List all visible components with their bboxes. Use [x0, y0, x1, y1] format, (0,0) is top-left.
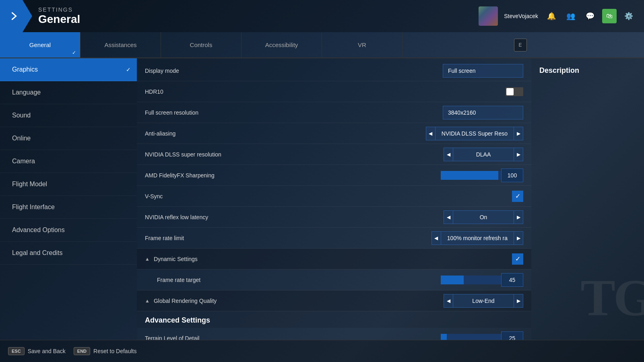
sidebar-item-legal-credits[interactable]: Legal and Credits [0, 242, 137, 265]
avatar[interactable] [479, 6, 498, 26]
save-back-button[interactable]: ESC Save and Back [8, 347, 66, 355]
sidebar-item-language[interactable]: Language [0, 81, 137, 104]
frame-rate-target-control[interactable]: 45 [441, 273, 523, 287]
full-screen-res-control[interactable]: 3840x2160 [443, 106, 523, 119]
sidebar-item-camera[interactable]: Camera [0, 150, 137, 173]
hdr10-toggle[interactable] [506, 87, 523, 96]
full-screen-res-value[interactable]: 3840x2160 [443, 106, 523, 119]
global-rendering-next[interactable]: ▶ [514, 294, 523, 308]
header: Settings General SteveVojacek 🔔 👥 💬 🛍 ⚙️ [0, 0, 644, 32]
settings-icon[interactable]: ⚙️ [621, 9, 636, 23]
global-rendering-header[interactable]: ▲ Global Rendering Quality ◀ Low-End ▶ [137, 290, 531, 311]
nvidia-dlss-label: NVIDIA DLSS super resolution [145, 151, 443, 158]
setting-frame-rate-target: Frame rate target 45 [137, 269, 531, 290]
display-mode-control[interactable]: Full screen [443, 64, 523, 78]
e-key: E [514, 39, 527, 51]
nvidia-dlss-control[interactable]: ◀ DLAA ▶ [443, 148, 523, 161]
nvidia-reflex-next[interactable]: ▶ [514, 210, 523, 224]
nvidia-dlss-next[interactable]: ▶ [514, 148, 523, 161]
tab-controls[interactable]: Controls [161, 32, 242, 58]
nvidia-reflex-control[interactable]: ◀ On ▶ [443, 210, 523, 224]
description-title: Description [539, 66, 636, 75]
setting-full-screen-res: Full screen resolution 3840x2160 [137, 102, 531, 123]
hdr10-label: HDR10 [145, 88, 443, 95]
esc-key: ESC [8, 347, 25, 355]
sidebar: Graphics ✓ Language Sound Online Camera … [0, 58, 137, 340]
setting-terrain-lod: Terrain Level of Detail 25 [137, 328, 531, 340]
reset-defaults-button[interactable]: END Reset to Defaults [74, 347, 137, 355]
amd-fidelity-slider[interactable]: 100 [441, 169, 523, 182]
nvidia-reflex-label: NVIDIA reflex low latency [145, 214, 443, 220]
amd-fidelity-control[interactable]: 100 [441, 169, 523, 182]
tab-accessibility[interactable]: Accessibility [242, 32, 322, 58]
amd-fidelity-label: AMD FidelityFX Sharpening [145, 172, 441, 179]
dynamic-settings-checkbox[interactable]: ✓ [512, 253, 523, 265]
tab-assistances[interactable]: Assistances [80, 32, 161, 58]
setting-nvidia-reflex: NVIDIA reflex low latency ◀ On ▶ [137, 207, 531, 228]
header-icons: 🔔 👥 💬 🛍 ⚙️ [544, 9, 636, 23]
sidebar-item-sound[interactable]: Sound [0, 104, 137, 127]
global-rendering-selector[interactable]: ◀ Low-End ▶ [444, 294, 523, 308]
sidebar-item-advanced-options[interactable]: Advanced Options [0, 219, 137, 242]
setting-nvidia-dlss: NVIDIA DLSS super resolution ◀ DLAA ▶ [137, 144, 531, 165]
frame-rate-limit-next[interactable]: ▶ [514, 231, 523, 245]
global-rendering-prev[interactable]: ◀ [444, 294, 453, 308]
nvidia-reflex-selector[interactable]: ◀ On ▶ [444, 210, 523, 224]
tabs-bar: Q General ✓ Assistances Controls Accessi… [0, 32, 644, 58]
frame-rate-target-value: 45 [501, 273, 523, 287]
display-mode-label: Display mode [145, 68, 443, 74]
amd-fidelity-track[interactable] [441, 171, 501, 180]
dynamic-settings-title: Dynamic Settings [154, 256, 512, 262]
anti-aliasing-label: Anti-aliasing [145, 130, 426, 137]
frame-rate-limit-control[interactable]: ◀ 100% monitor refresh ra ▶ [431, 231, 523, 245]
hdr10-control[interactable] [443, 87, 523, 96]
terrain-lod-slider[interactable]: 25 [441, 331, 523, 340]
sidebar-item-flight-interface[interactable]: Flight Interface [0, 196, 137, 219]
frame-rate-target-track[interactable] [441, 276, 501, 284]
sidebar-item-graphics[interactable]: Graphics ✓ [0, 58, 137, 81]
bottom-bar: ESC Save and Back END Reset to Defaults [0, 340, 644, 362]
frame-rate-limit-selector[interactable]: ◀ 100% monitor refresh ra ▶ [431, 231, 523, 245]
header-left: Settings General [0, 0, 80, 32]
chevron-right-svg [8, 10, 20, 22]
anti-aliasing-control[interactable]: ◀ NVIDIA DLSS Super Reso ▶ [426, 127, 523, 140]
nvidia-dlss-prev[interactable]: ◀ [444, 148, 453, 161]
frame-rate-limit-label: Frame rate limit [145, 235, 431, 241]
terrain-lod-control[interactable]: 25 [441, 331, 523, 340]
display-mode-select[interactable]: Full screen [443, 64, 523, 78]
vsync-checkbox[interactable]: ✓ [512, 191, 523, 202]
vsync-control[interactable]: ✓ [443, 191, 523, 202]
global-rendering-title: Global Rendering Quality [154, 298, 444, 304]
sidebar-item-flight-model[interactable]: Flight Model [0, 173, 137, 196]
frame-rate-limit-prev[interactable]: ◀ [431, 231, 441, 245]
friends-icon[interactable]: 👥 [564, 9, 578, 23]
header-title-block: Settings General [32, 6, 80, 26]
graphics-check: ✓ [126, 66, 131, 73]
notification-icon[interactable]: 🔔 [544, 9, 559, 23]
sidebar-item-online[interactable]: Online [0, 127, 137, 150]
dynamic-settings-header[interactable]: ▲ Dynamic Settings ✓ [137, 249, 531, 269]
username-label: SteveVojacek [504, 13, 538, 19]
tab-general[interactable]: General ✓ [0, 32, 80, 58]
terrain-lod-track[interactable] [441, 334, 501, 340]
anti-aliasing-prev[interactable]: ◀ [426, 127, 436, 140]
vsync-label: V-Sync [145, 193, 443, 200]
save-back-label: Save and Back [28, 348, 66, 354]
store-icon[interactable]: 🛍 [602, 9, 617, 23]
frame-rate-target-fill [441, 276, 464, 284]
header-right: SteveVojacek 🔔 👥 💬 🛍 ⚙️ [479, 6, 636, 26]
reset-defaults-label: Reset to Defaults [93, 348, 136, 354]
tab-general-check: ✓ [72, 50, 76, 56]
anti-aliasing-next[interactable]: ▶ [514, 127, 523, 140]
frame-rate-limit-value: 100% monitor refresh ra [441, 231, 514, 245]
nvidia-dlss-selector[interactable]: ◀ DLAA ▶ [444, 148, 523, 161]
frame-rate-target-slider[interactable]: 45 [441, 273, 523, 287]
nvidia-reflex-prev[interactable]: ◀ [444, 210, 453, 224]
chat-icon[interactable]: 💬 [583, 9, 597, 23]
anti-aliasing-selector[interactable]: ◀ NVIDIA DLSS Super Reso ▶ [426, 127, 523, 140]
tab-vr[interactable]: VR [322, 32, 402, 58]
settings-panel: Display mode Full screen HDR10 Full scre… [137, 58, 531, 340]
setting-amd-fidelity: AMD FidelityFX Sharpening 100 [137, 165, 531, 186]
dynamic-settings-chevron: ▲ [145, 256, 150, 262]
setting-hdr10: HDR10 [137, 81, 531, 102]
